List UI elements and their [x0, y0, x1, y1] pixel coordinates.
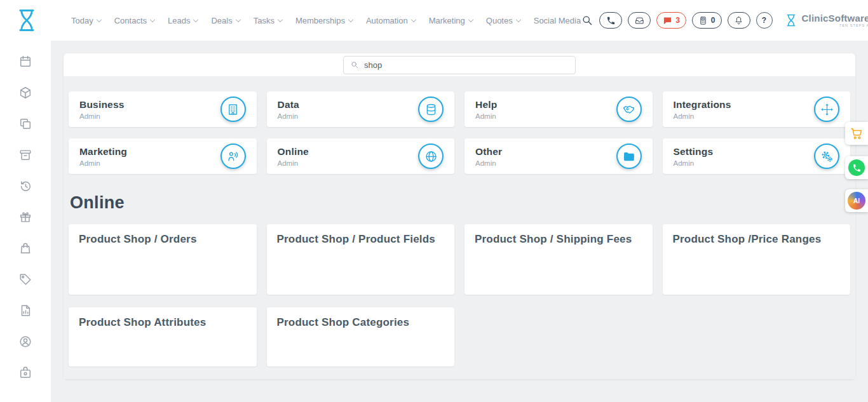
section-heading-online: Online [70, 193, 850, 213]
chevron-down-icon [468, 17, 473, 22]
category-card-business[interactable]: BusinessAdmin [69, 91, 257, 127]
menu-leads[interactable]: Leads [168, 16, 198, 25]
shopping-bag-icon[interactable] [18, 241, 32, 255]
menu-tasks[interactable]: Tasks [254, 16, 282, 25]
menu-deals[interactable]: Deals [211, 16, 240, 25]
category-subtitle: Admin [278, 159, 309, 167]
globe-icon [418, 144, 444, 169]
chat-badge: 3 [675, 16, 680, 25]
result-card-product-shop-product-fields[interactable]: Product Shop / Product Fields [267, 224, 455, 295]
category-subtitle: Admin [475, 159, 502, 167]
category-grid: BusinessAdmin DataAdmin HelpAdmin [69, 91, 850, 174]
result-card-product-shop-categories[interactable]: Product Shop Categories [267, 307, 455, 366]
folder-icon [616, 144, 642, 169]
category-card-data[interactable]: DataAdmin [267, 91, 455, 127]
inbox-button[interactable] [628, 12, 651, 29]
bell-icon [734, 16, 743, 25]
category-title: Online [278, 146, 309, 157]
chevron-down-icon [235, 17, 240, 22]
menu-social-media[interactable]: Social Media [534, 16, 581, 25]
result-card-product-shop-price-ranges[interactable]: Product Shop /Price Ranges [663, 224, 851, 295]
move-arrows-icon [814, 97, 839, 122]
help-button[interactable]: ? [756, 12, 773, 29]
whatsapp-widget-button[interactable] [845, 156, 868, 179]
clinicsoftware-brand-icon [783, 13, 799, 28]
search-icon[interactable] [581, 14, 593, 27]
brand-name: ClinicSoftware [802, 13, 868, 23]
handshake-icon [616, 97, 642, 122]
shopping-cart-icon [850, 126, 864, 140]
package-icon[interactable] [18, 86, 32, 100]
chevron-down-icon [348, 17, 353, 22]
menu-automation[interactable]: Automation [366, 16, 416, 25]
inbox-icon [635, 16, 644, 25]
category-title: Marketing [79, 146, 127, 157]
category-subtitle: Admin [278, 112, 299, 120]
category-subtitle: Admin [674, 159, 714, 167]
search-row [64, 53, 855, 76]
results-grid: Product Shop / Orders Product Shop / Pro… [69, 224, 850, 366]
category-card-online[interactable]: OnlineAdmin [267, 138, 455, 174]
menu-contacts[interactable]: Contacts [114, 16, 154, 25]
main-menu: Today Contacts Leads Deals Tasks Members… [71, 16, 581, 25]
calendar-icon[interactable] [18, 55, 32, 69]
clinicsoftware-wordmark[interactable]: ClinicSoftware.com TEN STEPS AHEAD [783, 13, 868, 28]
topbar-actions: 3 0 ? ClinicSoftware.com TEN STEPS AHEAD [581, 10, 868, 30]
question-icon: ? [762, 16, 766, 25]
category-title: Settings [674, 146, 714, 157]
search-icon [350, 60, 359, 69]
category-subtitle: Admin [475, 112, 497, 120]
clinicsoftware-logo-icon[interactable] [13, 6, 41, 34]
gift-icon[interactable] [18, 210, 32, 224]
category-title: Business [79, 99, 125, 111]
chevron-down-icon [410, 17, 416, 22]
left-sidebar [0, 41, 51, 402]
archive-box-icon[interactable] [18, 148, 32, 162]
category-subtitle: Admin [79, 159, 127, 167]
category-card-integrations[interactable]: IntegrationsAdmin [663, 91, 851, 127]
report-icon[interactable] [18, 304, 32, 318]
whatsapp-icon [848, 159, 865, 176]
settings-panel: BusinessAdmin DataAdmin HelpAdmin [64, 53, 855, 379]
card-terminal-icon [698, 16, 708, 25]
chevron-down-icon [278, 17, 283, 22]
brand-tagline: TEN STEPS AHEAD [802, 24, 868, 28]
building-icon [220, 97, 246, 122]
result-title: Product Shop / Orders [79, 233, 197, 245]
category-card-marketing[interactable]: MarketingAdmin [69, 138, 257, 174]
gears-icon [814, 144, 839, 169]
result-title: Product Shop / Product Fields [277, 233, 435, 245]
chevron-down-icon [96, 17, 101, 22]
menu-quotes[interactable]: Quotes [486, 16, 520, 25]
menu-marketing[interactable]: Marketing [429, 16, 473, 25]
vault-lock-icon[interactable] [18, 366, 32, 380]
panel-body: BusinessAdmin DataAdmin HelpAdmin [64, 76, 855, 379]
category-card-help[interactable]: HelpAdmin [465, 91, 653, 127]
menu-memberships[interactable]: Memberships [295, 16, 353, 25]
ai-widget-button[interactable]: AI [845, 189, 868, 212]
result-card-product-shop-attributes[interactable]: Product Shop Attributes [69, 307, 257, 366]
ai-icon: AI [848, 192, 865, 210]
copy-pages-icon[interactable] [18, 117, 32, 131]
cart-widget-button[interactable] [845, 122, 868, 145]
result-title: Product Shop Categories [277, 316, 410, 328]
search-box[interactable] [343, 56, 576, 74]
menu-today[interactable]: Today [71, 16, 101, 25]
history-icon[interactable] [18, 179, 32, 193]
category-title: Other [475, 146, 502, 157]
chevron-down-icon [193, 17, 198, 22]
phone-icon [606, 16, 616, 25]
notifications-button[interactable] [728, 12, 750, 29]
result-card-product-shop-orders[interactable]: Product Shop / Orders [69, 224, 257, 295]
category-subtitle: Admin [79, 112, 125, 120]
user-circle-icon[interactable] [18, 335, 32, 349]
pos-button[interactable]: 0 [692, 12, 722, 29]
category-card-settings[interactable]: SettingsAdmin [663, 138, 851, 174]
chevron-down-icon [150, 17, 155, 22]
category-card-other[interactable]: OtherAdmin [465, 138, 653, 174]
result-card-product-shop-shipping-fees[interactable]: Product Shop / Shipping Fees [465, 224, 653, 295]
chat-button[interactable]: 3 [656, 12, 686, 29]
search-input[interactable] [364, 60, 569, 70]
phone-button[interactable] [599, 12, 622, 29]
tag-icon[interactable] [18, 272, 32, 286]
